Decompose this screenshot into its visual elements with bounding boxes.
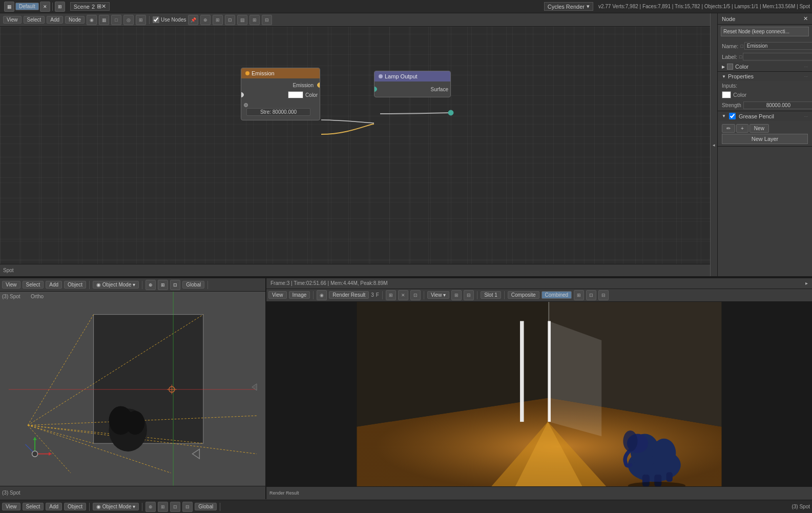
node-type-icon[interactable]: ◉ [87, 15, 97, 25]
rt-slot[interactable]: Slot 1 [481, 291, 501, 299]
rt-view[interactable]: View [268, 291, 287, 299]
color-swatch[interactable] [288, 91, 303, 98]
new-layer-button[interactable]: New Layer [722, 134, 808, 144]
bs-icon1[interactable]: ⊕ [145, 502, 156, 512]
stats-text: Verts:7,982 | Faces:7,891 | Tris:15,782 … [612, 4, 810, 9]
panel-expand-icon[interactable]: ✕ [803, 15, 808, 22]
workspace-add[interactable]: ✕ [40, 2, 50, 12]
color-input-swatch[interactable] [722, 91, 731, 98]
rt-composite[interactable]: Composite [508, 291, 539, 299]
rt-icon4[interactable]: ⊡ [410, 290, 421, 300]
label-input[interactable] [743, 53, 812, 60]
bs-mode[interactable]: ◉ Object Mode ▾ [93, 503, 139, 510]
viewport-canvas[interactable]: (3) Spot Ortho [0, 292, 265, 486]
vp-snap-icon[interactable]: ⊞ [158, 280, 168, 290]
snap-icon[interactable]: ⊕ [200, 15, 211, 25]
node-editor[interactable]: View Select Add Node ◉ ▦ □ ◎ ⊞ Use Nodes… [0, 13, 710, 276]
layout-mode-icon[interactable]: ⊞ [55, 2, 65, 12]
scene-number: 2 [92, 4, 95, 10]
rt-frame: 3 [371, 292, 374, 298]
emission-node[interactable]: Emission Emission Color [241, 68, 320, 120]
workspace-default[interactable]: Default [15, 3, 39, 10]
vp-mode-icon: ◉ [96, 282, 101, 288]
name-input[interactable] [744, 42, 812, 50]
rt-icon5[interactable]: ⊞ [451, 290, 462, 300]
icon-row4[interactable]: ⊞ [249, 15, 260, 25]
vp-orient-icon[interactable]: ⊡ [170, 280, 180, 290]
node-icon4[interactable]: ◎ [123, 15, 134, 25]
vp-view-menu[interactable]: View [2, 281, 20, 289]
bs-select[interactable]: Select [23, 503, 44, 510]
bs-global[interactable]: Global [195, 503, 217, 510]
vp-select-menu[interactable]: Select [23, 281, 44, 289]
scene-selector[interactable]: Scene 2 ⊞✕ [70, 2, 110, 11]
reset-node-button[interactable]: Reset Node (keep connecti... [721, 27, 809, 36]
gp-add-icon[interactable]: + [736, 124, 748, 133]
properties-label: Properties [728, 73, 754, 79]
icon-row1[interactable]: ⊞ [213, 15, 223, 25]
grease-pencil-header[interactable]: ▼ Grease Pencil ··· [718, 111, 812, 121]
color-section-label: Color [735, 64, 748, 70]
surface-row: Surface [374, 84, 450, 95]
inputs-section: Inputs: [718, 81, 812, 90]
view-menu[interactable]: View [3, 16, 22, 24]
gp-draw-icon[interactable]: ✏ [722, 124, 735, 133]
lamp-output-node[interactable]: Lamp Output Surface [374, 71, 451, 97]
node-canvas[interactable]: Emission Emission Color [0, 27, 710, 276]
layout-icon[interactable]: ▦ [4, 2, 14, 12]
icon-row2[interactable]: ⊡ [225, 15, 235, 25]
properties-header[interactable]: ▼ Properties ··· [718, 72, 812, 81]
color-dots: ··· [804, 64, 808, 69]
rt-icon9[interactable]: ⊟ [598, 290, 609, 300]
node-view-icon2[interactable]: ▦ [99, 15, 109, 25]
select-menu[interactable]: Select [24, 16, 45, 24]
icon-row5[interactable]: ⊟ [262, 15, 272, 25]
bs-object[interactable]: Object [64, 503, 86, 510]
strength-socket[interactable] [244, 103, 248, 107]
rt-icon6[interactable]: ⊟ [464, 290, 474, 300]
use-nodes-checkbox[interactable]: Use Nodes [153, 16, 186, 23]
bs-icon3[interactable]: ⊡ [170, 502, 180, 512]
emission-output-socket[interactable] [317, 83, 320, 88]
rt-icon8[interactable]: ⊡ [586, 290, 596, 300]
node-icon5[interactable]: ⊞ [136, 15, 146, 25]
color-section-header[interactable]: ▶ Color ··· [718, 62, 812, 71]
rt-icon7[interactable]: ⊞ [574, 290, 584, 300]
lamp-output-header: Lamp Output [374, 71, 450, 81]
render-svg [266, 302, 812, 486]
vp-add-menu[interactable]: Add [46, 281, 62, 289]
bs-add[interactable]: Add [46, 503, 62, 510]
strength-field[interactable]: Stre: 80000.000 [246, 108, 310, 116]
engine-selector[interactable]: Cycles Render ▾ [544, 2, 593, 11]
vp-object-menu[interactable]: Object [64, 281, 86, 289]
viewport-3d[interactable]: View Select Add Object ◉ Object Mode ▾ ⊕… [0, 278, 266, 499]
name-icon: □ [740, 44, 743, 49]
gp-checkbox[interactable] [729, 113, 736, 119]
bs-icon4[interactable]: ⊟ [182, 502, 193, 512]
vp-global[interactable]: Global [182, 281, 204, 289]
surface-input-socket[interactable] [374, 87, 377, 92]
rt-icon1[interactable]: ◉ [317, 290, 327, 300]
color-input-socket[interactable] [241, 92, 244, 97]
rt-combined[interactable]: Combined [542, 291, 572, 299]
name-row: Name: □ [718, 40, 812, 51]
panel-toggle[interactable]: ◂ [710, 13, 717, 276]
rt-icon3[interactable]: ✕ [398, 290, 408, 300]
bs-view[interactable]: View [2, 503, 20, 510]
node-menu[interactable]: Node [65, 16, 85, 24]
gp-new-button[interactable]: New [749, 124, 769, 133]
rt-image[interactable]: Image [289, 291, 310, 299]
rt-sep2 [382, 291, 383, 299]
add-menu[interactable]: Add [47, 16, 63, 24]
rt-icon2[interactable]: ⊞ [386, 290, 396, 300]
vp-mode-selector[interactable]: ◉ Object Mode ▾ [93, 281, 139, 289]
render-result-label[interactable]: Render Result [329, 291, 369, 299]
vp-pivot-icon[interactable]: ⊕ [145, 280, 156, 290]
strength-input[interactable] [743, 101, 812, 109]
pin-icon[interactable]: 📌 [188, 15, 198, 25]
rt-view-btn[interactable]: View ▾ [427, 291, 449, 299]
bs-icon2[interactable]: ⊞ [158, 502, 168, 512]
node-icon3[interactable]: □ [111, 15, 121, 25]
vp-sep1 [89, 281, 90, 289]
icon-row3[interactable]: ▤ [237, 15, 247, 25]
